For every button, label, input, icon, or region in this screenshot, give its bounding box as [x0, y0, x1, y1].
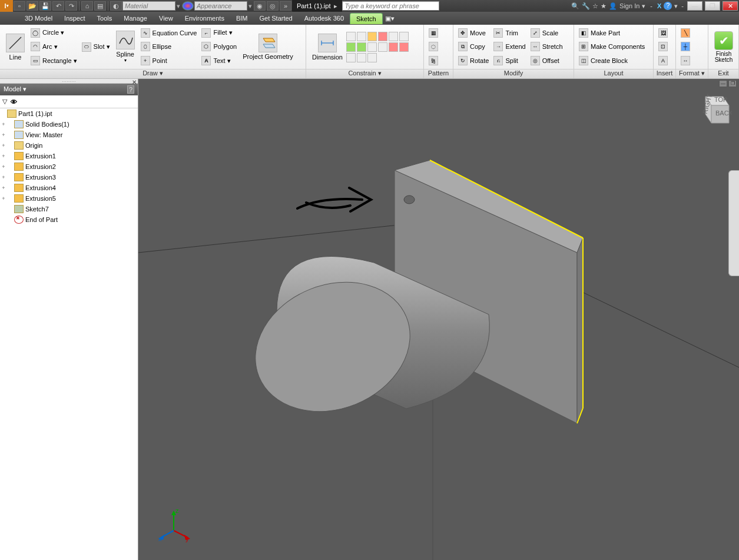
tab-get-started[interactable]: Get Started	[253, 13, 298, 24]
tab-inspect[interactable]: Inspect	[58, 13, 91, 24]
copy-button[interactable]: ⧉Copy	[456, 40, 491, 53]
tab-environments[interactable]: Environments	[179, 13, 230, 24]
browser-close-icon[interactable]: ✕	[132, 79, 137, 85]
tree-root[interactable]: Part1 (1).ipt	[0, 108, 138, 119]
app-icon[interactable]: I▾	[0, 0, 13, 12]
tree-node[interactable]: +View: Master	[0, 130, 138, 140]
qat-orbit2-icon[interactable]: ◎	[267, 1, 279, 11]
tree-node[interactable]: +Extrusion3	[0, 172, 138, 183]
constraint-smooth-icon[interactable]	[378, 42, 387, 52]
rectangular-pattern-button[interactable]: ▦	[426, 26, 440, 39]
insert-image-button[interactable]: 🖼	[656, 26, 670, 39]
circular-pattern-button[interactable]: ◌	[426, 40, 440, 53]
tab-3d-model[interactable]: 3D Model	[19, 13, 58, 24]
constraint-horizontal-icon[interactable]	[346, 42, 356, 52]
qat-layers-icon[interactable]: ▤	[94, 1, 106, 11]
construction-button[interactable]: ╲	[678, 26, 692, 39]
tab-bim[interactable]: BIM	[230, 13, 254, 24]
signin-label[interactable]: Sign In	[619, 2, 639, 9]
constraint-tangent-icon[interactable]	[367, 42, 377, 52]
move-button[interactable]: ✥Move	[456, 26, 491, 39]
rotate-button[interactable]: ↻Rotate	[456, 54, 491, 67]
ellipse-button[interactable]: ⬯Ellipse	[138, 40, 200, 53]
qat-save-icon[interactable]: 💾	[39, 1, 51, 11]
qat-redo-icon[interactable]: ↷	[65, 1, 77, 11]
exchange-icon[interactable]: X	[657, 2, 661, 9]
dimension-button[interactable]: Dimension	[309, 26, 346, 68]
spline-button[interactable]: Spline▾	[112, 26, 138, 68]
slot-button[interactable]: ⬭Slot ▾	[79, 41, 112, 54]
view-cube[interactable]: TOP RIGHT BACK	[697, 91, 732, 126]
constraint-symmetric-icon[interactable]	[389, 42, 398, 52]
window-restore-button[interactable]: ❐	[705, 1, 720, 11]
panel-format-label[interactable]: Format ▾	[676, 69, 708, 78]
fillet-button[interactable]: ⌐Fillet ▾	[199, 26, 239, 39]
infocenter-binoculars-icon[interactable]: 🔍	[571, 2, 579, 10]
insert-point-button[interactable]: ⊡	[656, 40, 670, 53]
tree-node[interactable]: +Solid Bodies(1)	[0, 119, 138, 130]
trim-button[interactable]: ✂Trim	[491, 26, 528, 39]
help-search-input[interactable]	[342, 1, 439, 11]
infocenter-fav-icon[interactable]: ★	[601, 2, 607, 10]
constraint-parallel-icon[interactable]	[389, 32, 398, 41]
find-icon[interactable]: 👁	[11, 98, 17, 105]
appearance-dropdown[interactable]	[194, 1, 247, 11]
tree-node[interactable]: +Extrusion4	[0, 183, 138, 193]
extend-button[interactable]: →Extend	[491, 40, 528, 53]
constraint-concentric-icon[interactable]	[378, 32, 387, 41]
constraint-vertical-icon[interactable]	[357, 42, 366, 52]
infocenter-star-icon[interactable]: ☆	[592, 2, 598, 10]
circle-button[interactable]: ◯Circle ▾	[28, 26, 79, 39]
finish-sketch-button[interactable]: ✔ Finish Sketch	[711, 26, 737, 68]
help-icon[interactable]: ?	[664, 2, 672, 10]
constraint-show-icon[interactable]	[357, 32, 366, 41]
constraint-equal-icon[interactable]	[399, 42, 409, 52]
filter-icon[interactable]: ▽	[2, 98, 7, 105]
qat-orbit-icon[interactable]: ◉	[254, 1, 266, 11]
viewport-minimize-button[interactable]: —	[719, 80, 727, 87]
line-button[interactable]: Line	[2, 26, 28, 68]
tab-sketch[interactable]: Sketch	[350, 13, 383, 24]
appearance-swatch-icon[interactable]	[182, 1, 194, 11]
make-components-button[interactable]: ⊞Make Components	[576, 40, 647, 53]
insert-acad-button[interactable]: A	[656, 54, 670, 67]
create-block-button[interactable]: ◫Create Block	[576, 54, 647, 67]
mirror-button[interactable]: ⧎	[426, 54, 440, 67]
material-dropdown[interactable]	[122, 1, 175, 11]
browser-help-icon[interactable]: ?	[127, 85, 134, 94]
rectangle-button[interactable]: ▭Rectangle ▾	[28, 54, 79, 67]
text-button[interactable]: AText ▾	[199, 54, 239, 67]
material-swatch-icon[interactable]: ◐	[110, 1, 122, 11]
panel-constrain-label[interactable]: Constrain ▾	[306, 69, 423, 78]
arc-button[interactable]: ◠Arc ▾	[28, 40, 79, 53]
polygon-button[interactable]: ⬡Polygon	[199, 40, 239, 53]
navigation-bar[interactable]	[728, 170, 739, 276]
constraint-settings-icon[interactable]	[367, 53, 377, 62]
tab-view[interactable]: View	[153, 13, 179, 24]
ribbon-collapse-icon[interactable]: ▣▾	[383, 13, 397, 24]
project-geometry-button[interactable]: Project Geometry	[239, 26, 297, 68]
driven-dim-button[interactable]: ↔	[678, 54, 692, 67]
tab-autodesk-360[interactable]: Autodesk 360	[299, 13, 350, 24]
window-minimize-button[interactable]: —	[687, 1, 702, 11]
centerline-button[interactable]: ┼	[678, 40, 692, 53]
make-part-button[interactable]: ◧Make Part	[576, 26, 647, 39]
qat-open-icon[interactable]: 📂	[26, 1, 38, 11]
tab-tools[interactable]: Tools	[91, 13, 118, 24]
browser-header[interactable]: Model ▾?	[0, 84, 138, 95]
document-tab[interactable]: Part1 (1).ipt▸	[292, 0, 342, 12]
tree-node[interactable]: +Extrusion1	[0, 151, 138, 161]
tree-node[interactable]: +Origin	[0, 140, 138, 151]
qat-expand-icon[interactable]: »	[280, 1, 291, 11]
constraint-fix-icon[interactable]	[346, 53, 356, 62]
constraint-perpendicular-icon[interactable]	[399, 32, 409, 41]
qat-home-icon[interactable]: ⌂	[81, 1, 93, 11]
tree-node[interactable]: Sketch7	[0, 204, 138, 214]
offset-button[interactable]: ◎Offset	[528, 54, 565, 67]
tab-manage[interactable]: Manage	[118, 13, 153, 24]
viewport-restore-button[interactable]: ❐	[728, 80, 737, 87]
constraint-coincident-icon[interactable]	[367, 32, 377, 41]
scale-button[interactable]: ⤢Scale	[528, 26, 565, 39]
split-button[interactable]: ⎌Split	[491, 54, 528, 67]
qat-undo-icon[interactable]: ↶	[52, 1, 64, 11]
